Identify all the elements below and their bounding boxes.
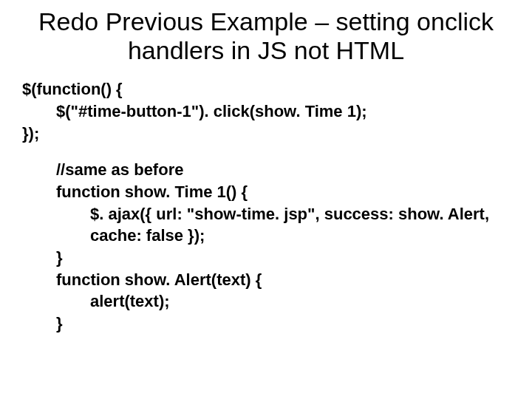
code-line: $("#time-button-1"). click(show. Time 1)… <box>56 100 510 123</box>
code-line: }); <box>22 123 510 145</box>
code-line: $(function() { <box>22 78 510 100</box>
code-line: } <box>56 313 510 335</box>
code-line: } <box>56 247 510 269</box>
code-line: //same as before <box>56 159 510 181</box>
slide-title: Redo Previous Example – setting onclick … <box>37 7 495 65</box>
code-line: function show. Alert(text) { <box>56 269 510 291</box>
slide: Redo Previous Example – setting onclick … <box>0 0 532 399</box>
code-line: alert(text); <box>90 290 510 313</box>
code-block: $(function() { $("#time-button-1"). clic… <box>22 78 510 335</box>
code-line: function show. Time 1() { <box>56 181 510 203</box>
blank-line <box>22 144 510 159</box>
code-line: $. ajax({ url: "show-time. jsp", success… <box>90 203 510 247</box>
